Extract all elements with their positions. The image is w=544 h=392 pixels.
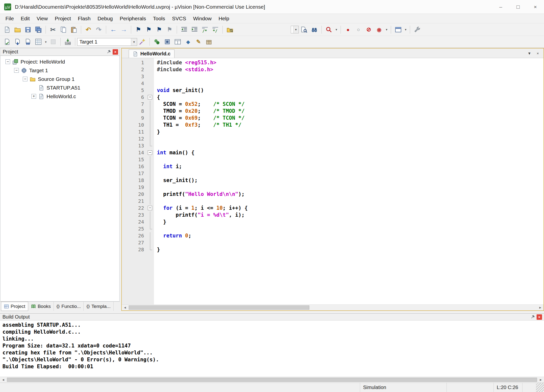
tree-item-target-1[interactable]: −Target 1: [0, 66, 119, 75]
disable-breakpoint-button[interactable]: ○: [354, 25, 363, 34]
find-in-files-button[interactable]: [225, 25, 235, 34]
next-bookmark-button[interactable]: ⚑: [154, 25, 164, 34]
copy-button[interactable]: [59, 25, 68, 34]
menu-window[interactable]: Window: [190, 14, 215, 23]
batch-build-button[interactable]: [34, 37, 43, 46]
panel-tab-templa[interactable]: {}Templa...: [84, 302, 113, 311]
scroll-left-button[interactable]: ◄: [122, 305, 128, 310]
pin-icon[interactable]: [106, 49, 111, 54]
close-button[interactable]: ×: [527, 0, 544, 14]
rebuild-button[interactable]: [23, 37, 33, 46]
cut-button[interactable]: ✂: [48, 25, 58, 34]
resize-grip[interactable]: [536, 383, 544, 392]
build-button[interactable]: [13, 37, 22, 46]
redo-button[interactable]: ↷: [94, 25, 103, 34]
stop-build-button[interactable]: [49, 37, 58, 46]
editor-hscroll-thumb[interactable]: [129, 305, 309, 310]
fold-collapse-box[interactable]: −: [148, 95, 152, 99]
comment-button[interactable]: /*: [200, 25, 210, 34]
panel-tab-books[interactable]: Books: [28, 302, 54, 311]
chevron-down-icon[interactable]: ▾: [131, 38, 137, 46]
file-window-button[interactable]: [173, 37, 182, 46]
toggle-bookmark-button[interactable]: ⚑: [134, 25, 143, 34]
build-output-hscrollbar[interactable]: ◄ ►: [0, 377, 544, 383]
options-for-target-button[interactable]: [163, 37, 172, 46]
prev-bookmark-button[interactable]: ⚑: [144, 25, 153, 34]
tree-expander[interactable]: +: [31, 94, 36, 99]
editor-hscrollbar[interactable]: ◄ ►: [122, 304, 544, 310]
panel-tab-functio[interactable]: {}Functio...: [54, 302, 84, 311]
find-button[interactable]: [310, 25, 319, 34]
menu-svcs[interactable]: SVCS: [169, 14, 190, 23]
edit-button[interactable]: ✎: [194, 37, 203, 46]
indent-button[interactable]: [190, 25, 199, 34]
clear-bookmarks-button[interactable]: ⚑: [165, 25, 174, 34]
fold-collapse-box[interactable]: −: [148, 150, 152, 155]
tree-item-source-group-1[interactable]: −Source Group 1: [0, 75, 119, 83]
package-button[interactable]: [204, 37, 214, 46]
build-output-hscroll-track[interactable]: [6, 377, 538, 383]
configure-button[interactable]: [413, 25, 422, 34]
menu-debug[interactable]: Debug: [94, 14, 116, 23]
new-file-button[interactable]: [2, 25, 12, 34]
translate-button[interactable]: [2, 37, 12, 46]
download-button[interactable]: LOAD: [63, 37, 73, 46]
pin-icon[interactable]: [530, 315, 535, 320]
menu-tools[interactable]: Tools: [149, 14, 169, 23]
minimize-button[interactable]: –: [492, 0, 509, 14]
open-file-button[interactable]: [13, 25, 22, 34]
document-list-dropdown[interactable]: ▼: [526, 49, 533, 57]
manage-target-button[interactable]: [138, 37, 147, 46]
maximize-button[interactable]: □: [509, 0, 527, 14]
unindent-button[interactable]: [179, 25, 189, 34]
panel-tab-project[interactable]: Project: [1, 302, 28, 311]
menu-project[interactable]: Project: [51, 14, 74, 23]
menu-flash[interactable]: Flash: [74, 14, 94, 23]
debug-windows-button[interactable]: [394, 25, 403, 34]
build-output-hscroll-thumb[interactable]: [7, 378, 537, 382]
kill-breakpoints-button[interactable]: ⊘: [364, 25, 373, 34]
incremental-find-dropdown[interactable]: ▾: [334, 25, 339, 34]
menu-file[interactable]: File: [2, 14, 17, 23]
navigate-back-button[interactable]: ←: [109, 25, 118, 34]
uncomment-button[interactable]: */: [211, 25, 220, 34]
debug-windows-dropdown[interactable]: ▾: [403, 25, 408, 34]
tree-item-startup-a51[interactable]: STARTUP.A51: [0, 83, 119, 92]
project-panel-close-button[interactable]: ×: [113, 49, 118, 55]
navigate-forward-button[interactable]: →: [119, 25, 128, 34]
fold-collapse-box[interactable]: −: [148, 206, 152, 210]
build-output-close-button[interactable]: ×: [537, 314, 542, 320]
breakpoints-dropdown[interactable]: ▾: [384, 25, 389, 34]
scroll-right-button[interactable]: ►: [538, 377, 544, 383]
menu-peripherals[interactable]: Peripherals: [116, 14, 149, 23]
target-select-combo[interactable]: Target 1▾: [77, 38, 137, 46]
tree-item-helloworld-c[interactable]: +HelloWorld.c: [0, 92, 119, 101]
menu-edit[interactable]: Edit: [17, 14, 33, 23]
editor-tab-helloworld-c[interactable]: HelloWorld.c: [129, 49, 174, 58]
paste-button[interactable]: [69, 25, 78, 34]
insert-breakpoint-button[interactable]: ●: [343, 25, 353, 34]
incremental-find-button[interactable]: [324, 25, 334, 34]
menu-help[interactable]: Help: [215, 14, 233, 23]
tree-expander[interactable]: −: [14, 68, 19, 73]
menu-view[interactable]: View: [33, 14, 51, 23]
scroll-left-button[interactable]: ◄: [0, 377, 6, 383]
enable-breakpoints-button[interactable]: ◉: [374, 25, 384, 34]
chevron-down-icon[interactable]: ▾: [293, 26, 298, 33]
findfiles-icon: [226, 26, 233, 33]
update-target-button[interactable]: ◆: [183, 37, 193, 46]
batch-build-dropdown[interactable]: ▾: [44, 37, 48, 46]
quick-search-combo[interactable]: ▾: [291, 26, 299, 33]
tree-expander[interactable]: −: [23, 77, 27, 81]
tree-item-project-helloworld[interactable]: −Project: HelloWorld: [0, 57, 119, 66]
scroll-right-button[interactable]: ►: [537, 305, 544, 310]
search-document-button[interactable]: [299, 25, 309, 34]
undo-button[interactable]: ↶: [84, 25, 93, 34]
save-button[interactable]: [23, 25, 33, 34]
editor-hscroll-track[interactable]: [128, 305, 537, 310]
tree-expander[interactable]: −: [5, 59, 10, 64]
save-all-button[interactable]: [34, 25, 43, 34]
manage-rte-button[interactable]: [152, 37, 162, 46]
close-document-button[interactable]: ×: [534, 49, 542, 57]
code-editor[interactable]: 1#include <reg515.h>2#include <stdio.h>3…: [122, 58, 544, 304]
